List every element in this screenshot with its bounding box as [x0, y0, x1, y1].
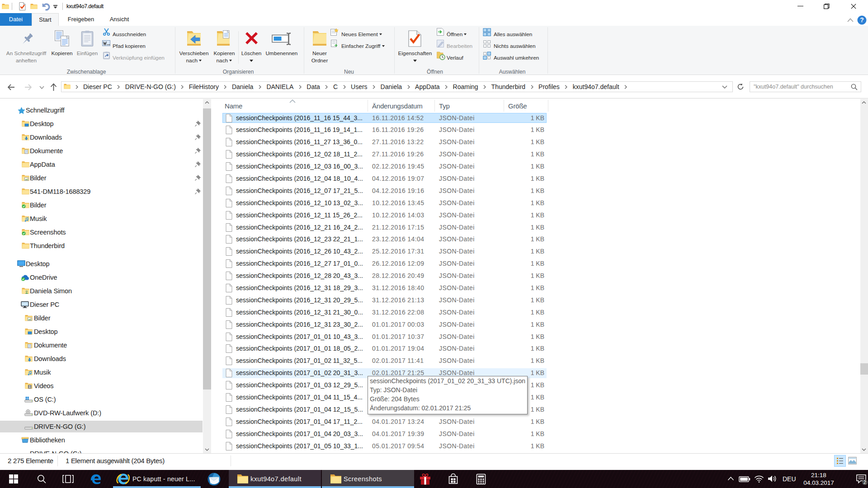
svg-text:2: 2 [863, 479, 866, 485]
svg-text:?: ? [860, 16, 864, 23]
